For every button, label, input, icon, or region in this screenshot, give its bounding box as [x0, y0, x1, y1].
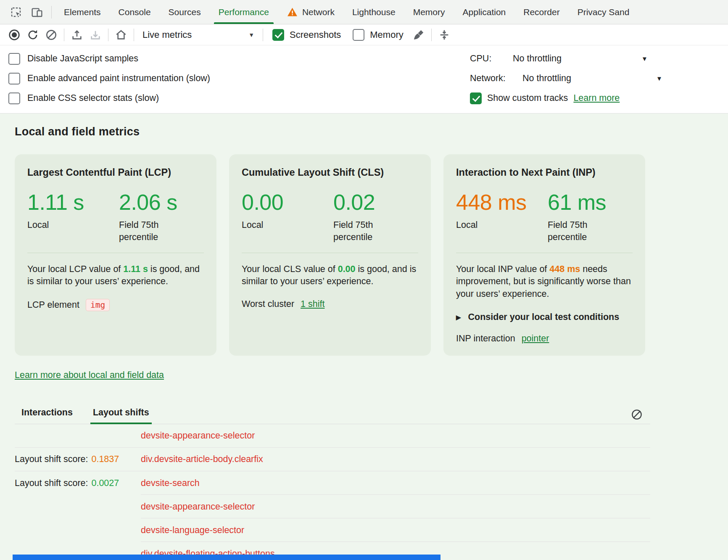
- network-warning-icon: [287, 6, 298, 18]
- lcp-description: Your local LCP value of 1.11 s is good, …: [27, 263, 204, 288]
- layout-shift-row: devsite-appearance-selector: [15, 424, 650, 448]
- shifted-node-link[interactable]: devsite-language-selector: [141, 525, 244, 536]
- clear-icon[interactable]: [42, 26, 61, 44]
- inp-local-label: Local: [456, 219, 513, 231]
- lcp-card: Largest Contentful Paint (LCP) 1.11 s Lo…: [15, 154, 216, 356]
- cpu-throttling-select[interactable]: CPU: No throttling ▼: [470, 49, 728, 69]
- metrics-log: Interactions Layout shifts devsite-appea…: [15, 402, 650, 560]
- tab-application[interactable]: Application: [454, 0, 515, 24]
- card-divider: [456, 253, 633, 253]
- cls-values: 0.00 Local 0.02 Field 75th percentile: [242, 191, 418, 243]
- memory-checkbox-box[interactable]: [353, 29, 364, 41]
- bottom-blue-bar: [13, 555, 440, 560]
- log-tab-interactions[interactable]: Interactions: [21, 402, 73, 424]
- devtools-window: { "colors": { "accent_green": "#188038",…: [0, 0, 728, 560]
- layout-shift-score: [15, 431, 141, 441]
- tabbar-left-icons: [5, 0, 48, 24]
- toolbar-separator: [64, 29, 64, 41]
- show-custom-tracks-checkbox[interactable]: [470, 92, 482, 104]
- lcp-card-title: Largest Contentful Paint (LCP): [27, 167, 204, 178]
- tab-lighthouse[interactable]: Lighthouse: [343, 0, 404, 24]
- cls-card-title: Cumulative Layout Shift (CLS): [242, 167, 418, 178]
- inp-field-value: 61 ms: [548, 191, 606, 214]
- inp-interaction-link[interactable]: pointer: [522, 333, 549, 344]
- shifted-node-link[interactable]: devsite-appearance-selector: [141, 431, 255, 441]
- tab-performance[interactable]: Performance: [210, 0, 278, 24]
- inp-field-label: Field 75th percentile: [548, 219, 604, 243]
- screenshots-checkbox-box[interactable]: [272, 29, 284, 41]
- inp-local-value: 448 ms: [456, 191, 548, 214]
- memory-checkbox[interactable]: Memory: [347, 29, 409, 41]
- tab-console[interactable]: Console: [110, 0, 160, 24]
- layout-shift-score: Layout shift score: 0.1837: [15, 454, 141, 465]
- lcp-field-value: 2.06 s: [119, 191, 177, 214]
- inp-card: Interaction to Next Paint (INP) 448 ms L…: [443, 154, 645, 356]
- cls-worst-cluster-row: Worst cluster 1 shift: [242, 299, 418, 309]
- performance-toolbar: Live metrics ▼ Screenshots Memory: [0, 24, 728, 45]
- tab-sources[interactable]: Sources: [160, 0, 210, 24]
- cls-field-value: 0.02: [333, 191, 390, 214]
- toolbar-separator: [108, 29, 108, 41]
- layout-shift-row: Layout shift score: 0.0027 devsite-searc…: [15, 471, 650, 495]
- card-divider: [242, 253, 418, 253]
- layout-shift-score: [15, 502, 141, 512]
- devtools-tabbar: Elements Console Sources Performance Net…: [0, 0, 728, 24]
- shifted-node-link[interactable]: devsite-search: [141, 478, 200, 489]
- inp-description: Your local INP value of 448 ms needs imp…: [456, 263, 633, 301]
- cls-description: Your local CLS value of 0.00 is good, an…: [242, 263, 418, 288]
- screenshots-checkbox[interactable]: Screenshots: [266, 29, 347, 41]
- inp-interaction-row: INP interaction pointer: [456, 333, 633, 344]
- learn-more-field-data-link[interactable]: Learn more about local and field data: [15, 370, 164, 380]
- save-profile-icon[interactable]: [86, 26, 105, 44]
- tab-memory[interactable]: Memory: [404, 0, 454, 24]
- inp-values: 448 ms Local 61 ms Field 75th percentile: [456, 191, 633, 243]
- lcp-local-block: 1.11 s Local: [27, 191, 119, 243]
- collapse-tracks-icon[interactable]: [435, 26, 454, 44]
- live-metrics-panel: Local and field metrics Largest Contentf…: [0, 114, 728, 560]
- log-tab-layout-shifts[interactable]: Layout shifts: [93, 402, 149, 424]
- load-profile-icon[interactable]: [68, 26, 86, 44]
- live-metrics-select[interactable]: Live metrics ▼: [137, 29, 259, 40]
- toolbar-separator: [134, 29, 134, 41]
- shifted-node-link[interactable]: div.devsite-article-body.clearfix: [141, 454, 263, 465]
- advanced-paint-checkbox[interactable]: [8, 73, 20, 85]
- lcp-element-node-link[interactable]: img: [86, 299, 110, 311]
- inp-local-block: 448 ms Local: [456, 191, 548, 243]
- chevron-down-icon: ▼: [641, 55, 648, 62]
- cls-local-value: 0.00: [242, 191, 333, 214]
- toolbar-separator: [431, 29, 432, 41]
- device-toolbar-icon[interactable]: [28, 3, 46, 21]
- home-icon[interactable]: [112, 26, 130, 44]
- worst-cluster-link[interactable]: 1 shift: [301, 299, 324, 309]
- inspect-element-icon[interactable]: [7, 3, 25, 21]
- card-divider: [27, 253, 204, 253]
- css-selector-stats-checkbox[interactable]: [8, 92, 20, 104]
- layout-shift-row: Layout shift score: 0.1837 div.devsite-a…: [15, 448, 650, 471]
- cls-local-label: Local: [242, 219, 298, 231]
- tab-recorder[interactable]: Recorder: [514, 0, 568, 24]
- capture-settings: Disable JavaScript samples Enable advanc…: [0, 45, 728, 114]
- tab-privacy-sandbox[interactable]: Privacy Sand: [569, 0, 638, 24]
- disable-js-samples-checkbox[interactable]: [8, 53, 20, 65]
- tab-elements[interactable]: Elements: [55, 0, 110, 24]
- consider-test-conditions-toggle[interactable]: ▶ Consider your local test conditions: [456, 312, 633, 322]
- garbage-collect-icon[interactable]: [409, 26, 428, 44]
- layout-shift-score: [15, 525, 141, 536]
- layout-shift-row: devsite-language-selector: [15, 518, 650, 542]
- show-custom-tracks-setting[interactable]: Show custom tracks Learn more: [470, 88, 728, 108]
- chevron-down-icon: ▼: [656, 75, 662, 82]
- record-icon[interactable]: [5, 26, 24, 44]
- tab-network[interactable]: Network: [278, 0, 343, 24]
- cls-field-block: 0.02 Field 75th percentile: [333, 191, 390, 243]
- layout-shift-row: devsite-appearance-selector: [15, 495, 650, 518]
- network-throttling-select[interactable]: Network: No throttling ▼: [470, 69, 728, 88]
- tabbar-separator: [51, 6, 52, 18]
- lcp-field-label: Field 75th percentile: [119, 219, 176, 243]
- shifted-node-link[interactable]: devsite-appearance-selector: [141, 502, 255, 512]
- clear-log-icon[interactable]: [628, 405, 646, 424]
- custom-tracks-learn-more-link[interactable]: Learn more: [573, 93, 620, 103]
- inp-card-title: Interaction to Next Paint (INP): [456, 167, 633, 178]
- lcp-local-label: Local: [27, 219, 84, 231]
- reload-record-icon[interactable]: [24, 26, 42, 44]
- lcp-element-row: LCP element img: [27, 299, 204, 311]
